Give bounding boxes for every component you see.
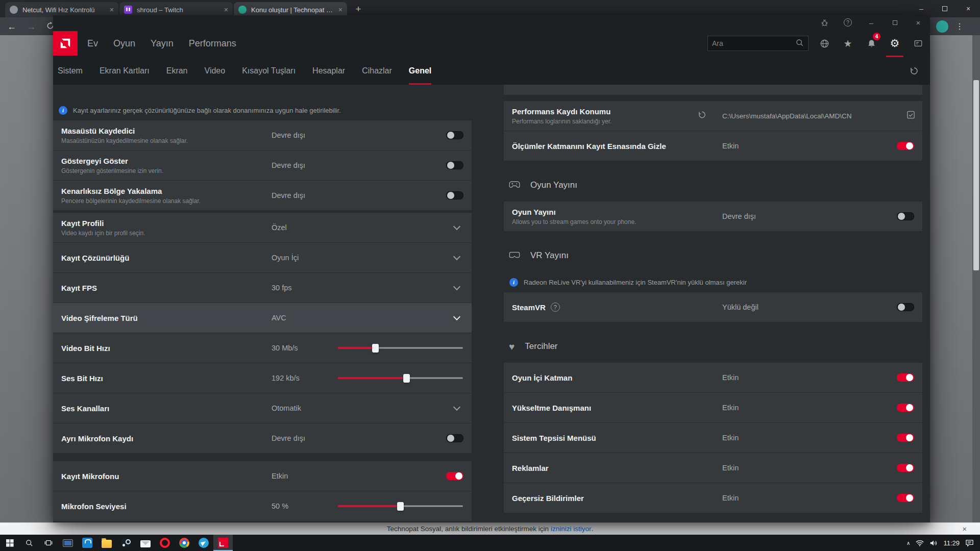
browse-location-icon[interactable] xyxy=(906,111,915,121)
settings-gear-icon[interactable]: ⚙ xyxy=(883,30,906,57)
tray-expand-icon[interactable]: ∧ xyxy=(906,540,910,546)
chevron-down-icon[interactable] xyxy=(453,404,460,411)
nav-item[interactable]: Yayın xyxy=(151,38,174,49)
settings-tab[interactable]: Video xyxy=(205,57,226,85)
page-scrollbar[interactable] xyxy=(972,35,980,522)
chevron-down-icon[interactable] xyxy=(453,223,460,230)
toggle-switch[interactable] xyxy=(897,404,914,412)
nav-item[interactable]: Performans xyxy=(189,38,236,49)
overlay-icon[interactable] xyxy=(906,30,930,57)
settings-row[interactable]: Geçersiz BildirimlerEtkin xyxy=(504,483,922,513)
settings-row[interactable]: Video Şifreleme TürüAVC xyxy=(53,303,472,333)
toggle-switch[interactable] xyxy=(446,472,463,480)
slider-handle[interactable] xyxy=(372,344,379,353)
chevron-down-icon[interactable] xyxy=(453,253,460,260)
chevron-down-icon[interactable] xyxy=(453,313,460,320)
toggle-switch[interactable] xyxy=(897,142,914,150)
reset-defaults-icon[interactable] xyxy=(910,57,919,85)
settings-row[interactable]: Kayıt MikrofonuEtkin xyxy=(53,461,472,491)
toggle-switch[interactable] xyxy=(897,212,914,220)
nav-item[interactable]: Ev xyxy=(87,38,98,49)
notification-close-icon[interactable]: × xyxy=(962,524,967,533)
action-center-icon[interactable] xyxy=(965,539,974,547)
settings-row[interactable]: Sistem Tepsisi MenüsüEtkin xyxy=(504,423,922,453)
globe-icon[interactable] xyxy=(813,30,836,57)
notifications-bell-icon[interactable]: 4 xyxy=(860,30,883,57)
settings-row[interactable]: Ses Bit Hızı192 kb/s xyxy=(53,363,472,393)
taskbar-search-button[interactable] xyxy=(19,535,39,551)
toggle-switch[interactable] xyxy=(897,373,914,382)
search-input[interactable] xyxy=(712,39,795,47)
settings-row[interactable]: Oyun İçi KatmanEtkin xyxy=(504,363,922,392)
settings-row[interactable]: Göstergeyi GösterGöstergenin gösterilmes… xyxy=(53,151,472,180)
settings-tab[interactable]: Kısayol Tuşları xyxy=(242,57,296,85)
settings-row[interactable]: Masaüstü KaydediciMasaüstünüzün kaydedil… xyxy=(53,120,472,150)
clock[interactable]: 11:29 xyxy=(943,539,960,547)
network-icon[interactable] xyxy=(916,540,924,546)
toggle-switch[interactable] xyxy=(897,303,914,311)
tab-close-icon[interactable]: × xyxy=(224,6,228,14)
settings-tab[interactable]: Cihazlar xyxy=(362,57,392,85)
reset-icon[interactable] xyxy=(698,111,706,121)
browser-maximize-button[interactable] xyxy=(933,0,957,17)
toggle-switch[interactable] xyxy=(897,464,914,472)
pc-taskbar-button[interactable] xyxy=(58,535,78,551)
search-box[interactable] xyxy=(707,36,808,51)
settings-row[interactable]: Performans Kaydı KonumuPerformans loglar… xyxy=(504,101,922,131)
settings-row[interactable]: Mikrofon Seviyesi50 % xyxy=(53,491,472,521)
settings-row[interactable]: Kayıt ProfiliVideo kaydı için bir profil… xyxy=(53,213,472,242)
settings-row[interactable]: Ayrı Mikrofon KaydıDevre dışı xyxy=(53,423,472,453)
steam-taskbar-button[interactable] xyxy=(116,535,136,551)
slider[interactable] xyxy=(338,506,463,507)
chevron-down-icon[interactable] xyxy=(453,283,460,290)
settings-row[interactable]: Video Bit Hızı30 Mb/s xyxy=(53,333,472,363)
nav-item[interactable]: Oyun xyxy=(113,38,135,49)
help-icon[interactable]: ? xyxy=(836,15,860,30)
chrome-taskbar-button[interactable] xyxy=(175,535,194,551)
settings-tab[interactable]: Sistem xyxy=(58,57,83,85)
browser-close-button[interactable]: × xyxy=(957,0,980,17)
telegram-taskbar-button[interactable] xyxy=(194,535,213,551)
slider[interactable] xyxy=(338,347,463,349)
radeon-minimize-button[interactable]: – xyxy=(860,15,883,30)
slider-handle[interactable] xyxy=(403,374,410,383)
tab-close-icon[interactable]: × xyxy=(110,6,114,14)
scrollbar-thumb[interactable] xyxy=(973,80,979,270)
browser-profile-avatar[interactable] xyxy=(936,20,948,33)
settings-row[interactable]: Kayıt ÇözünürlüğüOyun İçi xyxy=(53,243,472,272)
store-taskbar-button[interactable] xyxy=(78,535,97,551)
tab-close-icon[interactable]: × xyxy=(338,6,342,14)
volume-icon[interactable] xyxy=(929,539,938,547)
settings-row[interactable]: Kenarlıksız Bölge YakalamaPencere bölgel… xyxy=(53,181,472,210)
forward-icon[interactable]: → xyxy=(27,22,36,31)
toggle-switch[interactable] xyxy=(446,131,463,139)
toggle-switch[interactable] xyxy=(446,434,463,442)
slider[interactable] xyxy=(338,378,463,379)
notification-link[interactable]: izninizi istiyor xyxy=(551,525,592,533)
browser-minimize-button[interactable]: – xyxy=(910,0,933,17)
slider-handle[interactable] xyxy=(397,502,404,511)
amd-taskbar-button[interactable] xyxy=(213,535,233,551)
browser-menu-icon[interactable]: ⋮ xyxy=(955,21,964,31)
task-view-button[interactable] xyxy=(39,535,58,551)
help-icon[interactable]: ? xyxy=(551,303,560,312)
settings-row[interactable]: Ses KanallarıOtomatik xyxy=(53,393,472,423)
toggle-switch[interactable] xyxy=(897,434,914,442)
settings-tab[interactable]: Hesaplar xyxy=(312,57,345,85)
toggle-switch[interactable] xyxy=(897,494,914,502)
toggle-switch[interactable] xyxy=(446,191,463,199)
settings-row[interactable]: Kayıt FPS30 fps xyxy=(53,273,472,303)
start-button[interactable] xyxy=(0,535,19,551)
settings-tab[interactable]: Ekran Kartları xyxy=(100,57,150,85)
toggle-switch[interactable] xyxy=(446,161,463,169)
opera-taskbar-button[interactable] xyxy=(155,535,175,551)
bug-report-icon[interactable] xyxy=(813,15,836,30)
settings-row[interactable]: Oyun YayınıAllows you to stream games on… xyxy=(504,202,922,231)
favorites-star-icon[interactable]: ★ xyxy=(836,30,860,57)
settings-tab[interactable]: Genel xyxy=(409,57,431,85)
radeon-close-button[interactable]: × xyxy=(906,15,930,30)
mail-taskbar-button[interactable] xyxy=(136,535,155,551)
settings-row[interactable]: SteamVR?Yüklü değil xyxy=(504,292,922,322)
radeon-maximize-button[interactable] xyxy=(883,15,906,30)
new-tab-button[interactable]: + xyxy=(351,2,365,16)
